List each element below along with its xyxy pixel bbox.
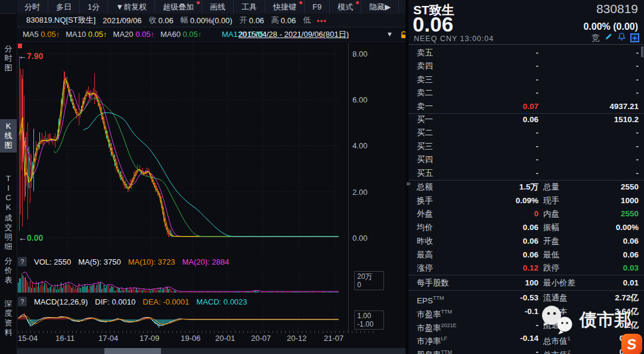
ma-item-MA60: MA60 0.05↑ — [160, 30, 202, 39]
stat-label: 换手 — [417, 194, 433, 208]
stat-row-涨停: 涨停0.12跌停0.03 — [408, 262, 644, 275]
auction-label[interactable]: 竞 — [592, 33, 600, 44]
price-tick-label: 2.00 — [352, 188, 367, 197]
panel-scrollbar-thumb[interactable] — [641, 46, 643, 57]
stat-label: 每手股数 — [417, 276, 449, 290]
menu-item-9[interactable]: F9 — [305, 0, 330, 14]
volume-chart-canvas[interactable] — [18, 269, 339, 293]
depth-row-卖三[interactable]: 卖三-- — [408, 73, 644, 86]
stat-value: 0.00% — [552, 221, 639, 235]
indicator-value: MA(10): 3723 — [128, 257, 175, 266]
ma-label: MA10 — [66, 30, 88, 39]
depth-row-买三[interactable]: 买三-- — [408, 140, 644, 153]
depth-volume: - — [552, 60, 639, 73]
depth-price: 0.06 — [456, 113, 538, 126]
depth-volume: 4937.21 — [552, 100, 639, 113]
ma-value: 0.05↑ — [41, 30, 60, 39]
help-icon[interactable]: ? — [18, 297, 27, 306]
sidebar-item-1[interactable]: 分 时 图 — [0, 42, 17, 75]
scrollbar-thumb[interactable] — [104, 348, 161, 354]
info-value: 0.06 — [281, 16, 296, 25]
info-label: 收 — [148, 15, 156, 26]
depth-row-买五[interactable]: 买五-- — [408, 167, 644, 180]
scrollbar-track[interactable] — [17, 348, 405, 354]
time-tick-label: 20-12 — [287, 334, 306, 343]
alert-bell-icon[interactable] — [617, 32, 626, 44]
info-label: 高 — [271, 15, 279, 26]
depth-price: 0.07 — [456, 100, 538, 113]
left-arrow-icon: ← — [18, 233, 27, 243]
ma-indicator-bar: MA5 0.05↑MA10 0.05↑MA20 0.05↑MA60 0.05↑ … — [17, 27, 405, 42]
depth-price: - — [456, 153, 538, 166]
row-separator — [408, 44, 644, 45]
macd-scale-box: 1.00-1.00 — [354, 310, 384, 330]
indicator-value: VOL: 2550 — [34, 257, 71, 266]
menu-item-10[interactable]: 模式 — [330, 0, 361, 14]
menu-item-11[interactable]: 隐藏▶ — [361, 0, 399, 14]
depth-row-卖二[interactable]: 卖二-- — [408, 86, 644, 100]
time-tick-label: 17-04 — [98, 334, 118, 343]
symbol-info-bar: 830819.NQ[ST致生]2021/09/06收0.06幅0.00%(0.0… — [17, 14, 405, 27]
depth-row-买一[interactable]: 买一0.061510.2 — [408, 113, 644, 126]
sidebar-item-4[interactable]: 成 交 明 细 — [0, 211, 17, 254]
menu-item-4[interactable]: ▼前复权 — [108, 0, 155, 14]
volume-scale-box: 20万0 — [354, 271, 384, 290]
menu-item-2[interactable]: 多日 — [48, 0, 80, 14]
menu-item-1[interactable]: 分时 — [17, 0, 48, 14]
stat-label: 总额 — [417, 181, 433, 194]
stat-value: 0.06 — [456, 235, 538, 249]
indicator-value: MACD(12,26,9) — [34, 297, 88, 306]
exchange-currency-time: NEEQ CNY 13:00:04 — [414, 35, 494, 43]
collapse-panel-handle[interactable]: » — [406, 179, 410, 188]
stat-value: 0.06 — [552, 249, 639, 262]
depth-label: 买五 — [417, 167, 433, 180]
sidebar-item-3[interactable]: T I C K — [0, 172, 17, 215]
stat-value: 2550 — [552, 181, 639, 194]
main-chart-canvas[interactable] — [18, 45, 339, 253]
depth-price: - — [456, 73, 538, 86]
depth-row-卖五[interactable]: 卖五-- — [408, 46, 644, 60]
macd-chart-canvas[interactable] — [18, 307, 339, 332]
stat-label: 涨停 — [417, 262, 433, 275]
depth-row-买四[interactable]: 买四-- — [408, 153, 644, 166]
help-icon[interactable]: ? — [18, 257, 27, 266]
more-indicator-dots[interactable]: ••• — [317, 16, 327, 25]
financial-row-股息率: 股息率TTM-总市值20.2亿 — [408, 346, 644, 354]
sidebar-corner-cell — [0, 0, 16, 14]
stat-value: 0.12 — [456, 262, 538, 275]
depth-price: - — [456, 46, 538, 60]
menu-item-7[interactable]: 工具 — [234, 0, 265, 14]
menu-item-5[interactable]: 超级叠加 — [155, 0, 202, 14]
sidebar-item-5[interactable]: 分 价 表 — [0, 254, 17, 287]
sidebar-item-6[interactable]: 深 度 资 料 — [0, 297, 17, 340]
time-tick-label: 20-07 — [251, 334, 271, 343]
depth-volume: - — [552, 126, 639, 139]
depth-volume: - — [552, 46, 639, 60]
depth-row-卖一[interactable]: 卖一0.074937.21 — [408, 100, 644, 113]
fin-value: -0.1 — [456, 305, 538, 319]
info-value: 830819.NQ[ST致生] — [26, 15, 95, 26]
info-label: 幅 — [181, 15, 188, 26]
date-range-selector[interactable]: 2015/04/28 - 2021/09/06(801日) — [239, 27, 349, 41]
financial-row-EPS: EPSTTM-0.53流通盘2.72亿 — [408, 291, 644, 305]
ma-item-MA5: MA5 0.05↑ — [23, 30, 60, 39]
chevron-down-icon[interactable]: ▼ — [386, 27, 393, 41]
horizontal-scrollbar[interactable] — [17, 348, 405, 354]
price-change: 0.00% (0.00) — [583, 21, 638, 32]
ma-label: MA5 — [23, 30, 41, 39]
menu-item-8[interactable]: 快捷键 — [265, 0, 305, 14]
sidebar-item-2[interactable]: K 线 图 — [0, 119, 17, 153]
notification-dot — [197, 1, 200, 4]
depth-row-卖四[interactable]: 卖四-- — [408, 60, 644, 73]
stat-row-换手: 换手0.09%现手1000 — [408, 194, 644, 208]
edit-icon[interactable] — [604, 32, 613, 44]
depth-label: 卖四 — [417, 60, 433, 73]
menu-item-6[interactable]: 画线 — [202, 0, 234, 14]
menu-item-3[interactable]: 1分 — [80, 0, 108, 14]
time-tick-label: 17-09 — [140, 334, 159, 343]
depth-row-买二[interactable]: 买二-- — [408, 126, 644, 139]
add-to-watchlist-icon[interactable]: + — [630, 33, 639, 42]
stat-label: 最高 — [417, 249, 433, 262]
last-price: 0.06 — [413, 13, 453, 36]
price-tick-label: 0.00 — [352, 234, 367, 243]
